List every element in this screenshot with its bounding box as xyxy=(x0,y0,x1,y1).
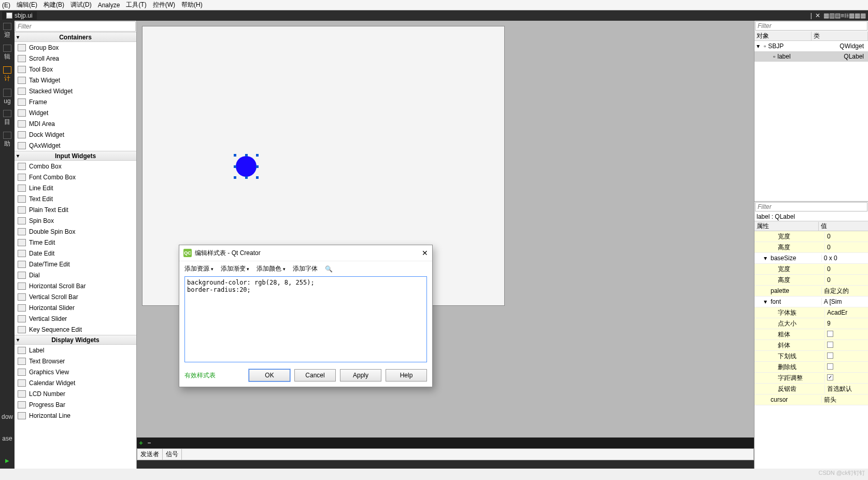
menu-item[interactable]: (E) xyxy=(2,2,10,9)
property-value[interactable] xyxy=(825,374,868,382)
menu-item[interactable]: 帮助(H) xyxy=(181,1,203,9)
dialog-titlebar[interactable]: QC 编辑样式表 - Qt Creator ✕ xyxy=(179,245,432,261)
object-tree-node[interactable]: ▾▫SBJPQWidget xyxy=(755,41,868,51)
mode-button[interactable]: ug xyxy=(1,88,13,105)
widget-item[interactable]: Progress Bar xyxy=(15,399,136,410)
resize-handle[interactable] xyxy=(234,154,236,157)
property-row[interactable]: 下划线 xyxy=(755,351,868,362)
property-row[interactable]: ▾fontA [Sim xyxy=(755,297,868,307)
object-tree[interactable]: ▾▫SBJPQWidget▫labelQLabel xyxy=(755,41,868,202)
widget-item[interactable]: QAxWidget xyxy=(15,140,136,151)
stylesheet-textarea[interactable] xyxy=(184,276,427,362)
layout-icon[interactable]: ≡ xyxy=(841,12,844,19)
widget-item[interactable]: Widget xyxy=(15,107,136,118)
layout-icon[interactable]: ▦ xyxy=(849,12,855,19)
resize-handle[interactable] xyxy=(256,165,259,168)
property-value[interactable] xyxy=(825,331,868,338)
object-tree-node[interactable]: ▫labelQLabel xyxy=(755,51,868,62)
property-row[interactable]: 删除线 xyxy=(755,362,868,373)
property-row[interactable]: 粗体 xyxy=(755,329,868,340)
menu-item[interactable]: 编辑(E) xyxy=(17,1,37,9)
checkbox[interactable] xyxy=(827,374,833,380)
property-value[interactable]: A [Sim xyxy=(822,298,868,305)
widget-item[interactable]: Text Edit xyxy=(15,193,136,204)
checkbox[interactable] xyxy=(827,331,833,337)
widget-item[interactable]: Group Box xyxy=(15,42,136,53)
resize-handle[interactable] xyxy=(234,165,236,168)
checkbox[interactable] xyxy=(827,342,833,348)
property-value[interactable] xyxy=(825,352,868,360)
help-button[interactable]: Help xyxy=(386,369,427,382)
widget-item[interactable]: Key Sequence Edit xyxy=(15,324,136,335)
property-value[interactable]: 0 x 0 xyxy=(822,255,868,262)
file-tab[interactable]: sbjp.ui xyxy=(2,11,37,20)
property-row[interactable]: 宽度0 xyxy=(755,231,868,242)
widget-item[interactable]: Date Edit xyxy=(15,248,136,259)
widget-item[interactable]: LCD Number xyxy=(15,388,136,399)
resize-handle[interactable] xyxy=(245,176,248,179)
menu-item[interactable]: 调试(D) xyxy=(70,1,92,9)
property-value[interactable]: 0 xyxy=(825,244,868,251)
ok-button[interactable]: OK xyxy=(249,369,290,382)
widget-group-header[interactable]: Display Widgets xyxy=(15,335,136,345)
widget-item[interactable]: Date/Time Edit xyxy=(15,259,136,270)
property-row[interactable]: 字距调整 xyxy=(755,373,868,384)
widget-item[interactable]: Label xyxy=(15,345,136,356)
magnifier-icon[interactable]: 🔍 xyxy=(325,265,333,273)
property-row[interactable]: 点大小9 xyxy=(755,318,868,329)
mode-button[interactable]: 辑 xyxy=(1,45,13,61)
expand-icon[interactable]: ▾ xyxy=(764,298,769,305)
add-gradient-menu[interactable]: 添加渐变 xyxy=(221,264,250,273)
layout-icon[interactable]: ▥ xyxy=(829,12,835,19)
run-button[interactable]: ▶ xyxy=(1,452,13,469)
mode-button[interactable]: 目 xyxy=(1,110,13,126)
menu-item[interactable]: 工具(T) xyxy=(126,1,146,9)
widget-item[interactable]: Scroll Area xyxy=(15,53,136,64)
widget-item[interactable]: Line Edit xyxy=(15,182,136,193)
property-row[interactable]: 反锯齿首选默认 xyxy=(755,384,868,394)
property-value[interactable]: 0 xyxy=(825,276,868,284)
property-value[interactable]: 自定义的 xyxy=(822,287,868,295)
checkbox[interactable] xyxy=(827,352,833,359)
property-row[interactable]: ▾baseSize0 x 0 xyxy=(755,253,868,264)
property-row[interactable]: 高度0 xyxy=(755,275,868,286)
property-value[interactable]: 首选默认 xyxy=(825,385,868,393)
property-value[interactable]: 0 xyxy=(825,265,868,273)
add-resource-menu[interactable]: 添加资源 xyxy=(184,264,214,273)
layout-icon[interactable]: ▦ xyxy=(860,12,866,19)
widget-group-header[interactable]: Input Widgets xyxy=(15,151,136,161)
widget-item[interactable]: Graphics View xyxy=(15,366,136,377)
layout-icon[interactable]: ▤ xyxy=(835,12,841,19)
widget-item[interactable]: Dock Widget xyxy=(15,129,136,140)
resize-handle[interactable] xyxy=(234,176,236,179)
widget-item[interactable]: Horizontal Scroll Bar xyxy=(15,280,136,291)
layout-icon[interactable]: ▦ xyxy=(823,12,829,19)
menu-item[interactable]: 构建(B) xyxy=(44,1,64,9)
widget-item[interactable]: Horizontal Line xyxy=(15,410,136,421)
resize-handle[interactable] xyxy=(256,176,259,179)
property-value[interactable]: 箭头 xyxy=(822,396,868,404)
apply-button[interactable]: Apply xyxy=(340,369,381,382)
mode-button[interactable]: 计 xyxy=(1,66,13,83)
close-icon[interactable]: ✕ xyxy=(815,12,820,19)
remove-connection-button[interactable]: － xyxy=(146,439,152,447)
add-connection-button[interactable]: ＋ xyxy=(138,439,144,447)
widget-item[interactable]: Horizontal Slider xyxy=(15,302,136,313)
widget-group-header[interactable]: Containers xyxy=(15,32,136,42)
widget-item[interactable]: Stacked Widget xyxy=(15,86,136,96)
property-row[interactable]: 宽度0 xyxy=(755,264,868,275)
widget-item[interactable]: Plain Text Edit xyxy=(15,204,136,215)
property-list[interactable]: 宽度0高度0▾baseSize0 x 0宽度0高度0palette自定义的▾fo… xyxy=(755,231,868,469)
widget-item[interactable]: MDI Area xyxy=(15,118,136,129)
property-value[interactable]: AcadEr xyxy=(825,309,868,316)
property-row[interactable]: 字体族AcadEr xyxy=(755,307,868,318)
widget-item[interactable]: Tab Widget xyxy=(15,75,136,86)
cancel-button[interactable]: Cancel xyxy=(294,369,336,382)
widget-item[interactable]: Combo Box xyxy=(15,161,136,172)
property-row[interactable]: cursor箭头 xyxy=(755,394,868,405)
property-value[interactable] xyxy=(825,342,868,349)
close-icon[interactable]: ✕ xyxy=(422,249,428,257)
add-color-menu[interactable]: 添加颜色 xyxy=(257,264,286,273)
widget-item[interactable]: Vertical Slider xyxy=(15,313,136,324)
mode-button[interactable]: 助 xyxy=(1,132,13,148)
